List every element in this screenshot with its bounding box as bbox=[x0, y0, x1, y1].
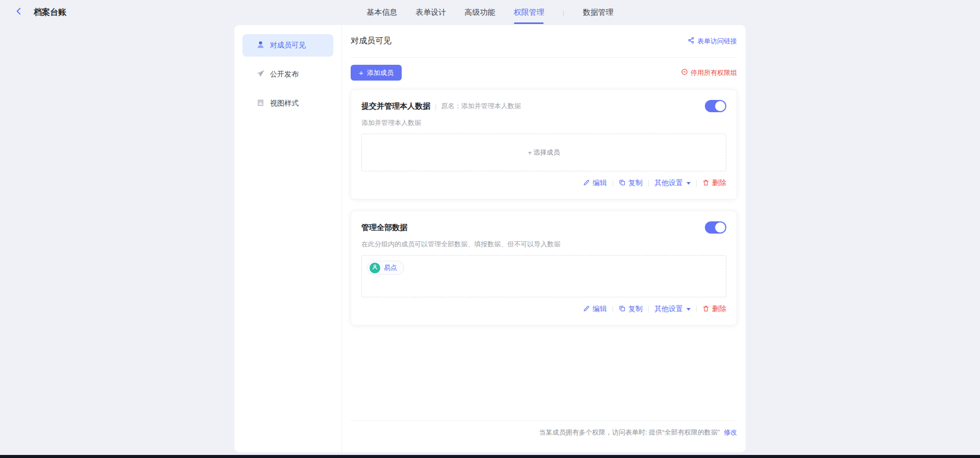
modify-link[interactable]: 修改 bbox=[724, 428, 737, 437]
form-access-link-label: 表单访问链接 bbox=[697, 37, 737, 46]
sidebar-item-label: 视图样式 bbox=[270, 99, 299, 108]
group-enabled-toggle[interactable] bbox=[705, 221, 726, 234]
sidebar-item-public-publish[interactable]: 公开发布 bbox=[242, 63, 333, 86]
tab-permission-management[interactable]: 权限管理 bbox=[513, 0, 544, 24]
tab-advanced-features[interactable]: 高级功能 bbox=[464, 0, 495, 24]
add-member-button-label: 添加成员 bbox=[367, 68, 394, 78]
tab-form-design[interactable]: 表单设计 bbox=[415, 0, 446, 24]
group-enabled-toggle[interactable] bbox=[705, 100, 726, 112]
action-separator bbox=[696, 180, 697, 187]
action-separator bbox=[612, 180, 613, 187]
plus-icon: + bbox=[528, 149, 532, 157]
edit-label: 编辑 bbox=[593, 304, 607, 314]
sidebar-item-label: 公开发布 bbox=[270, 70, 299, 79]
plus-icon: + bbox=[359, 69, 363, 77]
other-settings-action[interactable]: 其他设置 bbox=[654, 179, 691, 188]
forbid-circle-icon bbox=[681, 68, 688, 77]
copy-action[interactable]: 复制 bbox=[619, 179, 643, 188]
group-card-header: 管理全部数据 bbox=[361, 221, 726, 234]
group-title: 提交并管理本人数据 bbox=[361, 101, 430, 111]
delete-action[interactable]: 删除 bbox=[702, 304, 726, 314]
panel-footer: 当某成员拥有多个权限，访问表单时: 提供“全部有权限的数据” 修改 bbox=[351, 420, 737, 452]
multi-permission-note: 当某成员拥有多个权限，访问表单时: 提供“全部有权限的数据” bbox=[539, 428, 720, 437]
other-settings-action[interactable]: 其他设置 bbox=[654, 304, 691, 314]
toggle-knob bbox=[715, 222, 725, 233]
page-title: 档案台账 bbox=[34, 0, 66, 24]
group-actions: 编辑 复制 其他设置 bbox=[361, 179, 726, 188]
section-header: 对成员可见 表单访问链接 bbox=[351, 25, 737, 58]
person-icon bbox=[256, 40, 265, 50]
edit-action[interactable]: 编辑 bbox=[583, 179, 607, 188]
permission-group-list: 提交并管理本人数据 | 原名：添加并管理本人数据 添加并管理本人数据 + 选择成… bbox=[351, 89, 737, 325]
form-access-link[interactable]: 表单访问链接 bbox=[688, 37, 737, 46]
disable-all-permission-groups-link[interactable]: 停用所有权限组 bbox=[681, 68, 737, 78]
edit-pencil-icon bbox=[583, 305, 590, 314]
send-icon bbox=[256, 69, 265, 80]
group-description: 在此分组内的成员可以管理全部数据、填报数据、但不可以导入数据 bbox=[361, 240, 726, 249]
copy-icon bbox=[619, 305, 626, 314]
share-icon bbox=[688, 37, 695, 45]
caret-down-icon bbox=[687, 182, 691, 185]
group-title: 管理全部数据 bbox=[361, 223, 407, 233]
chevron-left-icon bbox=[14, 7, 23, 18]
group-original-name: 原名：添加并管理本人数据 bbox=[441, 101, 521, 111]
title-divider: | bbox=[435, 103, 436, 110]
delete-label: 删除 bbox=[712, 179, 726, 188]
member-avatar bbox=[370, 263, 380, 273]
sidebar: 对成员可见 公开发布 视图样式 bbox=[234, 25, 342, 452]
copy-action[interactable]: 复制 bbox=[619, 304, 643, 314]
view-style-icon bbox=[256, 98, 265, 109]
action-separator bbox=[696, 306, 697, 313]
select-members-dropzone[interactable]: + 选择成员 bbox=[361, 134, 726, 171]
back-button[interactable] bbox=[14, 8, 23, 17]
delete-action[interactable]: 删除 bbox=[702, 179, 726, 188]
section-title: 对成员可见 bbox=[351, 36, 391, 46]
group-actions: 编辑 复制 其他设置 bbox=[361, 304, 726, 314]
delete-label: 删除 bbox=[712, 304, 726, 314]
toggle-knob bbox=[715, 101, 725, 111]
sidebar-item-label: 对成员可见 bbox=[270, 41, 306, 50]
group-title-wrap: 提交并管理本人数据 | 原名：添加并管理本人数据 bbox=[361, 101, 521, 111]
edit-label: 编辑 bbox=[593, 179, 607, 188]
member-chip[interactable]: 易点 bbox=[367, 261, 404, 275]
nav-tabs: 基本信息 表单设计 高级功能 权限管理 | 数据管理 bbox=[366, 0, 613, 24]
sidebar-item-visible-to-members[interactable]: 对成员可见 bbox=[242, 34, 333, 57]
permission-group-card: 提交并管理本人数据 | 原名：添加并管理本人数据 添加并管理本人数据 + 选择成… bbox=[351, 89, 737, 199]
group-card-header: 提交并管理本人数据 | 原名：添加并管理本人数据 bbox=[361, 100, 726, 112]
tab-basic-info[interactable]: 基本信息 bbox=[366, 0, 397, 24]
group-title-wrap: 管理全部数据 bbox=[361, 223, 407, 233]
trash-icon bbox=[702, 305, 709, 314]
group-members-area[interactable]: 易点 bbox=[361, 255, 726, 297]
edit-pencil-icon bbox=[583, 179, 590, 188]
main-panel: 对成员可见 公开发布 视图样式 对成员可见 表单访问链接 bbox=[234, 25, 746, 452]
action-separator bbox=[648, 180, 649, 187]
person-outline-icon bbox=[372, 263, 378, 272]
bottom-strip bbox=[0, 455, 980, 458]
copy-icon bbox=[619, 179, 626, 188]
other-settings-label: 其他设置 bbox=[654, 179, 683, 188]
add-member-button[interactable]: + 添加成员 bbox=[351, 65, 402, 81]
caret-down-icon bbox=[687, 308, 691, 311]
group-description: 添加并管理本人数据 bbox=[361, 118, 726, 128]
permission-group-card: 管理全部数据 在此分组内的成员可以管理全部数据、填报数据、但不可以导入数据 易点 bbox=[351, 211, 737, 325]
main-content: 对成员可见 表单访问链接 + 添加成员 停用所有权限组 bbox=[342, 25, 746, 452]
edit-action[interactable]: 编辑 bbox=[583, 304, 607, 314]
trash-icon bbox=[702, 179, 709, 188]
action-separator bbox=[648, 306, 649, 313]
member-name: 易点 bbox=[384, 263, 397, 272]
copy-label: 复制 bbox=[628, 179, 643, 188]
tab-divider: | bbox=[562, 9, 564, 16]
tab-data-management[interactable]: 数据管理 bbox=[583, 0, 614, 24]
disable-all-label: 停用所有权限组 bbox=[691, 68, 737, 78]
select-members-label: 选择成员 bbox=[533, 148, 560, 157]
other-settings-label: 其他设置 bbox=[654, 304, 683, 314]
copy-label: 复制 bbox=[628, 304, 643, 314]
topbar: 档案台账 基本信息 表单设计 高级功能 权限管理 | 数据管理 bbox=[0, 0, 980, 24]
action-separator bbox=[612, 306, 613, 313]
toolbar: + 添加成员 停用所有权限组 bbox=[351, 65, 737, 81]
sidebar-item-view-style[interactable]: 视图样式 bbox=[242, 92, 333, 115]
spacer bbox=[351, 325, 737, 420]
